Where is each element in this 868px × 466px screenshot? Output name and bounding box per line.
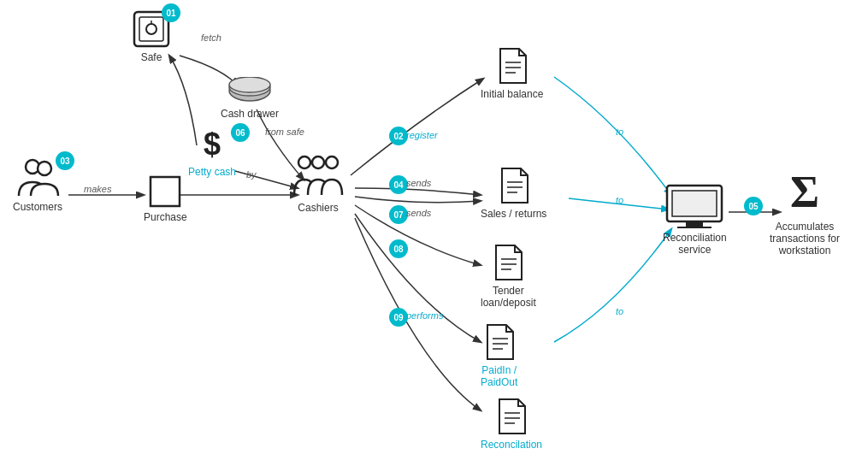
badge-07: 07 [389, 205, 408, 224]
cash-drawer-node: Cash drawer [221, 77, 279, 120]
svg-point-17 [326, 156, 338, 168]
svg-rect-7 [151, 177, 180, 206]
sigma-icon: Σ [790, 167, 819, 217]
badge-08: 08 [389, 239, 408, 258]
paidin-paidout-label: PaidIn / PaidOut [481, 364, 517, 388]
performs-label: performs [406, 310, 443, 321]
diagram: Customers 03 makes Purchase by Safe 01 f… [0, 0, 868, 466]
safe-node: Safe 01 [133, 10, 170, 63]
customers-node: Customers 03 [13, 158, 62, 213]
safe-label: Safe [141, 51, 162, 63]
reconcilation-icon [496, 398, 527, 435]
svg-rect-35 [686, 221, 703, 227]
tender-loan-label: Tender loan/deposit [481, 285, 536, 309]
fetch-label: fetch [201, 32, 221, 43]
to-label-1: to [616, 127, 623, 137]
sends-label-04: sends [406, 178, 431, 188]
to-label-2: to [616, 195, 623, 205]
reconciliation-service-icon [665, 184, 723, 228]
paidin-paidout-node: PaidIn / PaidOut [481, 323, 517, 388]
arrows-layer [0, 0, 868, 466]
initial-balance-label: Initial balance [481, 88, 543, 100]
purchase-icon [149, 175, 181, 208]
reconcilation-label: Reconcilation [481, 439, 542, 451]
customers-label: Customers [13, 201, 62, 213]
svg-rect-34 [672, 191, 717, 216]
purchase-node: Purchase [144, 175, 187, 223]
to-label-3: to [616, 306, 623, 316]
accumulates-node: Σ Accumulates transactions for workstati… [770, 167, 840, 257]
dollar-icon: $ [204, 127, 221, 162]
paidin-paidout-icon [484, 323, 515, 361]
purchase-label: Purchase [144, 211, 187, 223]
register-label: register [406, 130, 438, 140]
svg-point-14 [229, 77, 270, 92]
reconciliation-service-label: Reconciliation service [663, 232, 727, 256]
petty-cash-label: Petty cash [188, 166, 236, 178]
customers-badge: 03 [56, 151, 74, 170]
from-safe-label: from safe [265, 127, 304, 137]
badge-05: 05 [744, 197, 763, 215]
customers-icon [14, 158, 62, 198]
tender-loan-node: Tender loan/deposit [481, 244, 536, 309]
svg-point-15 [298, 156, 310, 168]
accumulates-label: Accumulates transactions for workstation [770, 221, 840, 257]
tender-loan-icon [493, 244, 523, 281]
sales-returns-node: Sales / returns [481, 167, 546, 220]
svg-point-6 [38, 162, 51, 175]
cashiers-node: Cashiers [291, 154, 345, 214]
badge-09: 09 [389, 308, 408, 327]
reconcilation-node: Reconcilation [481, 398, 542, 451]
petty-cash-badge: 06 [231, 123, 250, 142]
cashiers-icon [291, 154, 345, 198]
svg-line-2 [235, 171, 298, 188]
sales-returns-icon [499, 167, 529, 204]
cashiers-label: Cashiers [298, 202, 338, 214]
reconciliation-service-node: Reconciliation service [663, 184, 727, 256]
badge-04: 04 [389, 175, 408, 194]
initial-balance-node: Initial balance [481, 47, 543, 100]
petty-cash-node: $ Petty cash 06 [188, 127, 236, 178]
cash-drawer-icon [227, 77, 272, 104]
sends-label-07: sends [406, 208, 431, 218]
svg-rect-36 [677, 227, 712, 228]
sales-returns-label: Sales / returns [481, 208, 546, 220]
badge-02: 02 [389, 127, 408, 145]
by-label: by [246, 169, 257, 180]
initial-balance-icon [497, 47, 528, 85]
makes-label: makes [84, 184, 111, 194]
safe-badge: 01 [162, 3, 180, 22]
cash-drawer-label: Cash drawer [221, 108, 279, 120]
svg-point-16 [312, 156, 324, 168]
